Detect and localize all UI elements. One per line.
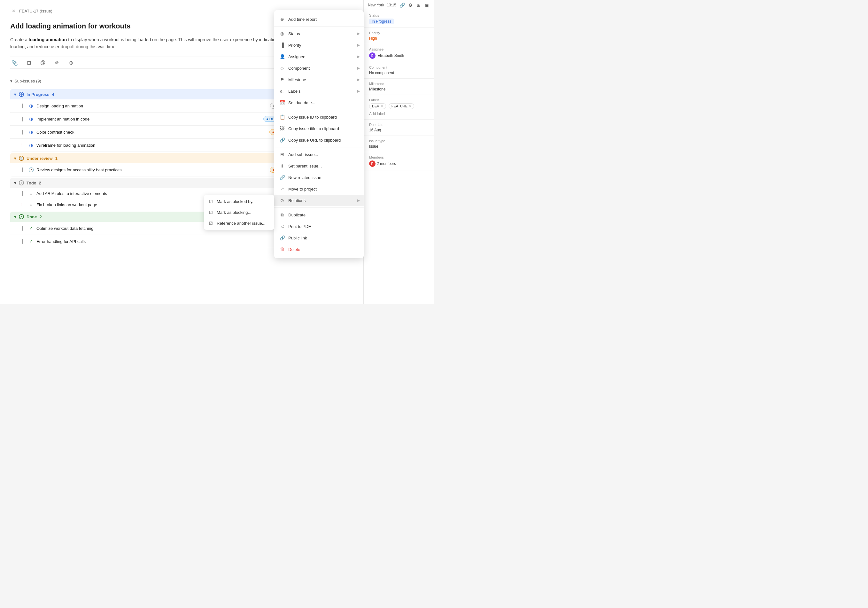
menu-label-assignee: Assignee xyxy=(288,54,358,59)
submenu-label-blocked-by: Mark as blocked by... xyxy=(217,199,256,204)
group-todo-count: 2 xyxy=(39,181,41,185)
issue-name: Design loading animation xyxy=(36,104,268,109)
plus-circle-icon: ⊕ xyxy=(279,16,285,22)
menu-label-component: Component xyxy=(288,66,358,71)
sidebar-members: Members R 2 members xyxy=(364,152,434,171)
priority-alert-icon: ! xyxy=(20,143,26,147)
menu-label-copy-url: Copy issue URL to clipboard xyxy=(288,138,358,143)
subissues-chevron: ▾ xyxy=(10,79,12,84)
arrow-icon: ▶ xyxy=(357,66,360,70)
group-collapse-icon: ▾ xyxy=(14,156,16,161)
submenu-item-reference[interactable]: ☑ Reference another issue... xyxy=(204,218,274,228)
menu-item-component[interactable]: ◇ Component ▶ xyxy=(274,62,364,74)
relation-icon: ⊙ xyxy=(279,197,285,203)
layout-icon[interactable]: ⊞ xyxy=(415,2,422,8)
menu-item-copy-id[interactable]: 📋 Copy issue ID to clipboard xyxy=(274,111,364,123)
menu-item-new-related[interactable]: 🔗 New related issue xyxy=(274,172,364,183)
menu-item-relations[interactable]: ⊙ Relations ▶ ☑ Mark as blocked by... ☑ … xyxy=(274,195,364,206)
relations-submenu: ☑ Mark as blocked by... ☑ Mark as blocki… xyxy=(204,195,274,230)
priority-icon: ▐ xyxy=(20,168,26,172)
submenu-label-reference: Reference another issue... xyxy=(217,221,265,226)
milestone-value[interactable]: Milestone xyxy=(369,87,429,92)
group-underreview-label: Under review xyxy=(26,156,53,161)
link-plus-icon: 🔗 xyxy=(279,175,285,180)
duedate-label: Due date xyxy=(369,123,429,127)
more-button[interactable]: ⊕ xyxy=(67,58,76,67)
label-chip-feature[interactable]: FEATURE ✕ xyxy=(389,103,414,109)
status-circle-icon: ◎ xyxy=(279,31,285,36)
table-button[interactable]: ⊞ xyxy=(24,58,33,67)
arrow-icon: ▶ xyxy=(357,198,360,203)
subissues-toggle[interactable]: ▾ Sub-issues (9) xyxy=(10,79,41,84)
menu-item-assignee[interactable]: 👤 Assignee ▶ xyxy=(274,51,364,62)
menu-item-print-pdf[interactable]: 🖨 Print to PDF xyxy=(274,220,364,232)
attach-button[interactable]: 📎 xyxy=(10,58,19,67)
menu-label-set-due-date: Set due date... xyxy=(288,100,358,105)
arrow-icon: ▶ xyxy=(357,54,360,59)
menu-item-priority[interactable]: ▐ Priority ▶ xyxy=(274,39,364,51)
remove-feature-label[interactable]: ✕ xyxy=(409,104,411,108)
group-done-label: Done xyxy=(26,214,37,219)
status-value[interactable]: In Progress xyxy=(369,19,429,24)
menu-item-move-project[interactable]: ↗ Move to project xyxy=(274,183,364,195)
menu-label-move-project: Move to project xyxy=(288,187,358,191)
issue-name: Color contrast check xyxy=(36,130,267,135)
members-row: R 2 members xyxy=(369,160,429,167)
labels-label: Labels xyxy=(369,98,429,102)
priority-value[interactable]: High xyxy=(369,36,429,40)
arrow-icon: ▶ xyxy=(357,43,360,47)
label-chip-dev[interactable]: DEV ✕ xyxy=(369,103,386,109)
submenu-item-blocking[interactable]: ☑ Mark as blocking... xyxy=(204,207,274,218)
menu-item-labels[interactable]: 🏷 Labels ▶ xyxy=(274,85,364,97)
group-status-icon: ○ xyxy=(19,180,24,185)
issue-name: Error handling for API calls xyxy=(36,239,289,244)
menu-item-set-parent[interactable]: ⬆ Set parent issue... xyxy=(274,160,364,172)
menu-item-copy-title[interactable]: 🖼 Copy issue title to clipboard xyxy=(274,123,364,134)
submenu-item-blocked-by[interactable]: ☑ Mark as blocked by... xyxy=(204,196,274,207)
menu-section-properties: ◎ Status ▶ ▐ Priority ▶ 👤 Assignee ▶ ◇ C… xyxy=(274,26,364,110)
add-label-button[interactable]: Add label xyxy=(369,112,429,116)
menu-item-status[interactable]: ◎ Status ▶ xyxy=(274,28,364,39)
group-status-icon: ◑ xyxy=(19,92,24,97)
menu-label-add-time-report: Add time report xyxy=(288,17,358,22)
group-collapse-icon: ▾ xyxy=(14,181,16,185)
menu-item-public-link[interactable]: 🔗 Public link xyxy=(274,232,364,244)
close-button[interactable]: ✕ xyxy=(10,8,17,14)
menu-label-copy-title: Copy issue title to clipboard xyxy=(288,126,358,131)
issue-name: Implement animation in code xyxy=(36,117,261,121)
mention-button[interactable]: @ xyxy=(38,58,47,67)
topbar: New York 13:15 🔗 ⚙ ⊞ ▣ xyxy=(364,0,434,10)
priority-icon: ▐ xyxy=(20,191,26,195)
assignee-avatar: E xyxy=(369,53,375,59)
plus-square-icon: ⊞ xyxy=(279,152,285,157)
menu-item-duplicate[interactable]: ⧉ Duplicate xyxy=(274,209,364,220)
issue-name: Review designs for accessibility best pr… xyxy=(36,168,267,172)
menu-item-milestone[interactable]: ⚑ Milestone ▶ xyxy=(274,74,364,85)
settings-icon[interactable]: ⚙ xyxy=(407,2,414,8)
main-container: ✕ FEATU-17 (Issue) Add loading animation… xyxy=(0,0,434,304)
menu-section-timereport: ⊕ Add time report xyxy=(274,12,364,26)
menu-item-set-due-date[interactable]: 📅 Set due date... xyxy=(274,97,364,109)
menu-item-add-subissue[interactable]: ⊞ Add sub-issue... xyxy=(274,149,364,160)
duedate-value[interactable]: 16 Aug xyxy=(369,128,429,132)
remove-dev-label[interactable]: ✕ xyxy=(381,104,383,108)
menu-item-delete[interactable]: 🗑 Delete xyxy=(274,244,364,255)
menu-item-add-time-report[interactable]: ⊕ Add time report xyxy=(274,14,364,25)
status-icon: 🕐 xyxy=(28,167,34,172)
sidebar-milestone: Milestone Milestone xyxy=(364,79,434,95)
sidebar-icon[interactable]: ▣ xyxy=(424,2,430,8)
issuetype-value[interactable]: Issue xyxy=(369,144,429,149)
menu-label-add-subissue: Add sub-issue... xyxy=(288,152,358,157)
assignee-label: Assignee xyxy=(369,47,429,51)
group-inprogress-label: In Progress xyxy=(26,92,50,97)
menu-item-copy-url[interactable]: 🔗 Copy issue URL to clipboard xyxy=(274,134,364,146)
emoji-button[interactable]: ☺ xyxy=(53,58,61,67)
group-underreview-count: 1 xyxy=(55,156,57,161)
issue-id: FEATU-17 (Issue) xyxy=(19,9,53,14)
user-icon: 👤 xyxy=(279,54,285,59)
assignee-value[interactable]: E Elizabeth Smith xyxy=(369,53,429,59)
link-icon[interactable]: 🔗 xyxy=(399,2,405,8)
sidebar-component: Component No component xyxy=(364,62,434,79)
context-menu: ⊕ Add time report ◎ Status ▶ ▐ Priority … xyxy=(274,10,364,258)
component-value[interactable]: No component xyxy=(369,71,429,75)
